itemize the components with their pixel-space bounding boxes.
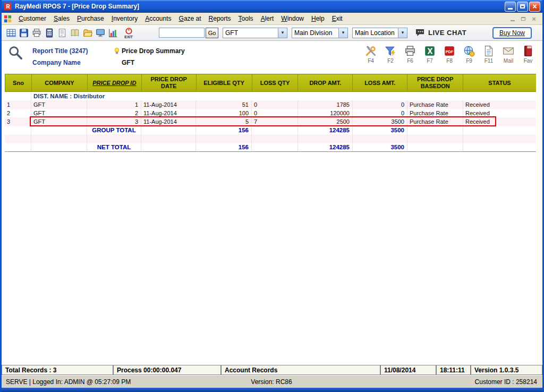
company-dropdown[interactable]: GFT ▼ bbox=[223, 28, 287, 38]
chart-icon[interactable] bbox=[107, 27, 120, 39]
mdi-minimize-button[interactable] bbox=[508, 15, 517, 22]
grid-icon[interactable] bbox=[5, 27, 18, 39]
net-total-eligible: 156 bbox=[196, 143, 252, 151]
company-name-label: Company Name bbox=[32, 59, 112, 66]
print-icon[interactable] bbox=[30, 27, 43, 39]
cell-date: 11-Aug-2014 bbox=[141, 117, 196, 126]
export-web-button[interactable]: F9 bbox=[462, 45, 476, 64]
cell-loss-amt: 0 bbox=[353, 100, 407, 109]
mail-button[interactable]: Mail bbox=[502, 45, 515, 64]
export-excel-button[interactable]: F7 bbox=[423, 45, 437, 64]
menu-window[interactable]: Window bbox=[277, 14, 308, 23]
globe-icon bbox=[463, 45, 475, 57]
display-icon[interactable] bbox=[94, 27, 107, 39]
net-total-row: NET TOTAL 156 124285 3500 bbox=[5, 143, 536, 151]
cell-loss-qty: 0 bbox=[252, 109, 298, 117]
export-pdf-button[interactable]: PDF F8 bbox=[443, 45, 456, 64]
cell-based-on: Purchase Rate bbox=[407, 117, 463, 126]
document-view-button[interactable]: F11 bbox=[482, 45, 496, 64]
status-process-time: Process 00:00:00.047 bbox=[113, 365, 221, 375]
ledger-icon[interactable] bbox=[69, 27, 81, 39]
mail-icon bbox=[503, 45, 514, 57]
division-dropdown[interactable]: Main Division ▼ bbox=[292, 28, 348, 38]
cell-company: GFT bbox=[31, 100, 87, 109]
table-row[interactable]: 1 GFT 1 11-Aug-2014 51 0 1785 0 Purchase… bbox=[5, 100, 536, 109]
favorites-button[interactable]: Fav bbox=[521, 45, 535, 64]
table-row-highlighted[interactable]: 3 GFT 3 11-Aug-2014 5 7 2500 3500 Purcha… bbox=[5, 117, 536, 126]
status-account-records: Account Records bbox=[221, 365, 380, 375]
live-chat-button[interactable]: LIVE CHAT bbox=[415, 28, 466, 37]
search-input[interactable] bbox=[159, 28, 205, 38]
chevron-down-icon: ▼ bbox=[278, 28, 287, 38]
menu-accounts[interactable]: Accounts bbox=[141, 14, 175, 23]
col-status[interactable]: STATUS bbox=[463, 74, 536, 91]
col-price-drop-basedon[interactable]: PRICE DROP BASEDON bbox=[407, 74, 463, 91]
minimize-button[interactable] bbox=[505, 2, 516, 12]
col-loss-qty[interactable]: LOSS QTY bbox=[252, 74, 299, 91]
chat-bubble-icon bbox=[415, 28, 425, 37]
menu-help[interactable]: Help bbox=[308, 14, 328, 23]
location-dropdown-value: Main Location bbox=[353, 29, 398, 37]
go-button[interactable]: Go bbox=[206, 28, 218, 38]
col-company[interactable]: COMPANY bbox=[32, 74, 88, 91]
spacer-row bbox=[5, 134, 536, 143]
status-version: Version 1.0.3.5 bbox=[471, 365, 542, 375]
calculator-icon[interactable] bbox=[43, 27, 56, 39]
menu-inventory[interactable]: Inventory bbox=[108, 14, 141, 23]
cell-eligible-qty: 5 bbox=[196, 117, 252, 126]
filter-icon bbox=[385, 45, 396, 57]
menu-gaze-at[interactable]: Gaze at bbox=[175, 14, 205, 23]
function-icons: F4 F2 F6 F7 PDF F8 bbox=[364, 45, 538, 64]
col-price-drop-date[interactable]: PRICE DROP DATE bbox=[142, 74, 197, 91]
status-date: 11/08/2014 bbox=[380, 365, 436, 375]
cell-price-drop-id: 3 bbox=[87, 117, 141, 126]
col-drop-amt[interactable]: DROP AMT. bbox=[298, 74, 353, 91]
menu-reports[interactable]: Reports bbox=[205, 14, 235, 23]
close-button[interactable]: × bbox=[529, 2, 540, 12]
menu-purchase[interactable]: Purchase bbox=[73, 14, 108, 23]
col-sno[interactable]: Sno bbox=[5, 74, 32, 91]
menu-sales[interactable]: Sales bbox=[50, 14, 73, 23]
group-total-row: GROUP TOTAL 156 124285 3500 bbox=[5, 126, 536, 134]
window-bottom-border bbox=[2, 388, 542, 392]
group-total-label: GROUP TOTAL bbox=[87, 126, 141, 134]
company-name-value: GFT bbox=[122, 59, 134, 66]
net-total-label: NET TOTAL bbox=[87, 143, 141, 151]
buy-now-button[interactable]: Buy Now bbox=[492, 27, 532, 39]
cell-status: Received bbox=[463, 100, 536, 109]
cell-status: Received bbox=[463, 117, 536, 126]
cell-eligible-qty: 51 bbox=[196, 100, 252, 109]
menu-alert[interactable]: Alert bbox=[257, 14, 278, 23]
save-icon[interactable] bbox=[18, 27, 30, 39]
status-bar: Total Records : 3 Process 00:00:00.047 A… bbox=[2, 365, 542, 375]
col-loss-amt[interactable]: LOSS AMT. bbox=[353, 74, 407, 91]
print-report-button[interactable]: F6 bbox=[403, 45, 417, 64]
filter-button[interactable]: F2 bbox=[384, 45, 397, 64]
col-price-drop-id[interactable]: PRICE DROP ID bbox=[88, 74, 142, 91]
notes-icon[interactable] bbox=[56, 27, 69, 39]
menu-customer[interactable]: Customer bbox=[15, 14, 50, 23]
status-time: 18:11:11 bbox=[436, 365, 471, 375]
col-eligible-qty[interactable]: ELIGIBLE QTY bbox=[197, 74, 252, 91]
menu-tools[interactable]: Tools bbox=[235, 14, 257, 23]
exit-label: EXIT bbox=[124, 35, 133, 39]
printer-icon bbox=[404, 45, 416, 57]
search-icon[interactable] bbox=[8, 45, 23, 60]
menu-exit[interactable]: Exit bbox=[328, 14, 346, 23]
mdi-restore-button[interactable] bbox=[519, 15, 528, 22]
mdi-close-button[interactable]: × bbox=[530, 15, 538, 22]
location-dropdown[interactable]: Main Location ▼ bbox=[352, 28, 407, 38]
titlebar: R RayMedi RPOS 7 - [Price Drop Summary] … bbox=[2, 0, 542, 13]
open-folder-icon[interactable] bbox=[81, 27, 94, 39]
exit-button[interactable]: EXIT bbox=[121, 27, 137, 39]
settings-button[interactable]: F4 bbox=[364, 45, 378, 64]
cell-loss-amt: 0 bbox=[353, 109, 407, 117]
table-row[interactable]: 2 GFT 2 11-Aug-2014 100 0 120000 0 Purch… bbox=[5, 109, 536, 117]
svg-text:R: R bbox=[6, 4, 10, 10]
cell-company: GFT bbox=[31, 109, 87, 117]
restore-button[interactable] bbox=[517, 2, 528, 12]
group-total-eligible: 156 bbox=[196, 126, 252, 134]
cell-price-drop-id: 1 bbox=[87, 100, 141, 109]
live-chat-label: LIVE CHAT bbox=[428, 29, 466, 37]
report-title-label: Report Title (3247) bbox=[32, 47, 112, 55]
